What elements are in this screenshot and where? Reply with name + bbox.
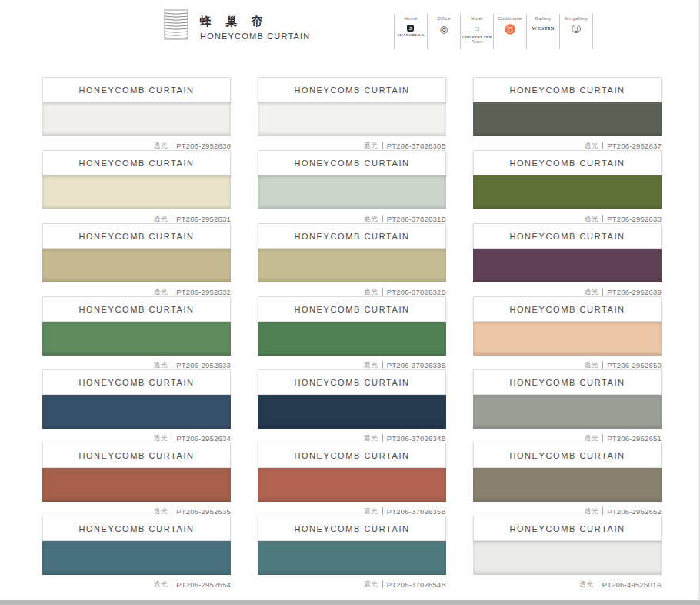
fabric-swatch bbox=[258, 102, 446, 136]
brand-category-cell: Clubhouse ♉ bbox=[493, 14, 526, 49]
label-divider bbox=[172, 288, 172, 296]
swatch-card: HONEYCOMB CURTAIN 遮光 PT206-3702635B bbox=[258, 443, 446, 516]
card-title: HONEYCOMB CURTAIN bbox=[42, 369, 231, 395]
light-type-label: 透光 bbox=[153, 433, 168, 443]
swatch-label: 遮光 PT206-3702654B bbox=[258, 575, 446, 591]
brand-logo: □COUNTRY INNResort bbox=[462, 25, 492, 44]
brand-name-text: WESTIN bbox=[532, 26, 555, 32]
swatch-card: HONEYCOMB CURTAIN 透光 PT206-2952651 bbox=[473, 369, 662, 443]
brand-name-text: SHANGRI-LA bbox=[398, 33, 425, 37]
card-title: HONEYCOMB CURTAIN bbox=[473, 369, 662, 395]
product-code: PT206-3702634B bbox=[387, 434, 446, 443]
label-divider bbox=[172, 434, 172, 442]
client-brand-bar: Home SSHANGRI-LA Office ◎ Hotel □COUNTRY… bbox=[394, 14, 593, 49]
light-type-label: 透光 bbox=[153, 214, 168, 224]
product-code: PT206-2952652 bbox=[607, 507, 662, 516]
label-divider bbox=[382, 507, 383, 515]
fabric-swatch bbox=[42, 541, 231, 575]
brand-category-cell: Hotel □COUNTRY INNResort bbox=[460, 14, 493, 49]
page-bottom-strip bbox=[0, 600, 700, 605]
product-code: PT206-2952639 bbox=[607, 288, 662, 296]
fabric-swatch bbox=[473, 395, 662, 429]
fabric-swatch bbox=[258, 395, 446, 429]
card-title: HONEYCOMB CURTAIN bbox=[258, 296, 446, 322]
label-divider bbox=[382, 215, 383, 222]
light-type-label: 透光 bbox=[153, 287, 168, 297]
light-type-label: 遮光 bbox=[364, 287, 378, 297]
brand-category-label: Home bbox=[404, 15, 417, 22]
fabric-swatch bbox=[473, 322, 662, 356]
fabric-swatch bbox=[258, 175, 446, 209]
label-divider bbox=[602, 142, 603, 149]
light-type-label: 遮光 bbox=[364, 360, 378, 370]
light-type-label: 透光 bbox=[584, 287, 598, 297]
label-divider bbox=[382, 288, 383, 296]
light-type-label: 透光 bbox=[153, 360, 168, 370]
fabric-swatch bbox=[258, 322, 446, 356]
brand-category-label: Gallery bbox=[535, 15, 551, 22]
fabric-swatch bbox=[473, 468, 662, 502]
label-divider bbox=[172, 507, 172, 515]
swatch-card: HONEYCOMB CURTAIN 透光 PT206-2952638 bbox=[473, 150, 662, 223]
page-header: 蜂 巢 帘 HONEYCOMB CURTAIN Home SSHANGRI-LA… bbox=[0, 8, 700, 48]
product-code: PT206-3702632B bbox=[387, 288, 446, 296]
brand-logo: ♉ bbox=[505, 25, 516, 34]
fabric-swatch bbox=[42, 175, 231, 209]
card-title: HONEYCOMB CURTAIN bbox=[42, 443, 231, 468]
swatch-grid: HONEYCOMB CURTAIN 透光 PT206-2952630 HONEY… bbox=[42, 77, 662, 589]
page-title-english: HONEYCOMB CURTAIN bbox=[200, 32, 310, 41]
swatch-card: HONEYCOMB CURTAIN 透光 PT206-2952630 bbox=[42, 77, 231, 150]
card-title: HONEYCOMB CURTAIN bbox=[473, 296, 662, 322]
country-inn-icon: □ bbox=[475, 25, 479, 34]
product-code: PT206-3702654B bbox=[387, 580, 446, 589]
product-code: PT206-2952638 bbox=[607, 215, 662, 223]
card-title: HONEYCOMB CURTAIN bbox=[473, 223, 662, 249]
swatch-card: HONEYCOMB CURTAIN 遮光 PT206-3702654B bbox=[258, 516, 446, 589]
light-type-label: 透光 bbox=[584, 360, 598, 370]
brand-logo: Ⓤ bbox=[572, 25, 581, 34]
page-title-chinese: 蜂 巢 帘 bbox=[200, 15, 310, 28]
label-divider bbox=[602, 434, 603, 442]
bull-head-icon: ♉ bbox=[505, 25, 516, 34]
card-title: HONEYCOMB CURTAIN bbox=[473, 150, 662, 175]
label-divider bbox=[382, 434, 383, 442]
card-title: HONEYCOMB CURTAIN bbox=[258, 516, 446, 541]
label-divider bbox=[172, 142, 172, 149]
shangri-la-icon: S bbox=[407, 25, 414, 32]
product-code: PT206-2952651 bbox=[607, 434, 662, 443]
card-title: HONEYCOMB CURTAIN bbox=[473, 443, 662, 468]
brand-category-label: Art gallery bbox=[565, 15, 588, 22]
swatch-card: HONEYCOMB CURTAIN 透光 PT206-2952631 bbox=[42, 150, 231, 223]
label-divider bbox=[172, 215, 172, 222]
product-code: PT206-2952631 bbox=[176, 215, 231, 223]
fabric-swatch bbox=[42, 102, 231, 136]
swatch-card: HONEYCOMB CURTAIN 透光 PT206-4952601A bbox=[473, 516, 662, 589]
swatch-card: HONEYCOMB CURTAIN 透光 PT206-2952654 bbox=[42, 516, 231, 589]
fabric-swatch bbox=[42, 249, 231, 282]
brand-sub-text: Resort bbox=[472, 40, 483, 44]
fabric-swatch bbox=[42, 395, 231, 429]
swatch-card: HONEYCOMB CURTAIN 透光 PT206-2952639 bbox=[473, 223, 662, 296]
swatch-card: HONEYCOMB CURTAIN 透光 PT206-2952650 bbox=[473, 296, 662, 369]
card-title: HONEYCOMB CURTAIN bbox=[42, 223, 231, 249]
brand-category-cell: Gallery WESTIN bbox=[526, 14, 559, 49]
light-type-label: 透光 bbox=[153, 141, 168, 151]
label-divider bbox=[602, 361, 603, 369]
label-divider bbox=[172, 580, 172, 588]
swatch-label: 透光 PT206-4952601A bbox=[473, 575, 662, 591]
product-code: PT206-3702630B bbox=[387, 142, 446, 150]
fabric-swatch bbox=[473, 541, 662, 575]
product-code: PT206-2952633 bbox=[176, 361, 231, 369]
product-code: PT206-2952650 bbox=[607, 361, 662, 369]
brand-logo-block: 蜂 巢 帘 HONEYCOMB CURTAIN bbox=[163, 9, 310, 41]
label-divider bbox=[382, 580, 383, 588]
fabric-swatch bbox=[473, 175, 662, 209]
swatch-card: HONEYCOMB CURTAIN 遮光 PT206-3702630B bbox=[258, 77, 446, 150]
swatch-card: HONEYCOMB CURTAIN 透光 PT206-2952632 bbox=[42, 223, 231, 296]
double-ring-icon: ◎ bbox=[440, 25, 448, 34]
swatch-card: HONEYCOMB CURTAIN 遮光 PT206-3702631B bbox=[258, 150, 446, 223]
swatch-card: HONEYCOMB CURTAIN 透光 PT206-2952633 bbox=[42, 296, 231, 369]
product-code: PT206-2952632 bbox=[176, 288, 231, 296]
card-title: HONEYCOMB CURTAIN bbox=[42, 516, 231, 541]
label-divider bbox=[602, 215, 603, 222]
